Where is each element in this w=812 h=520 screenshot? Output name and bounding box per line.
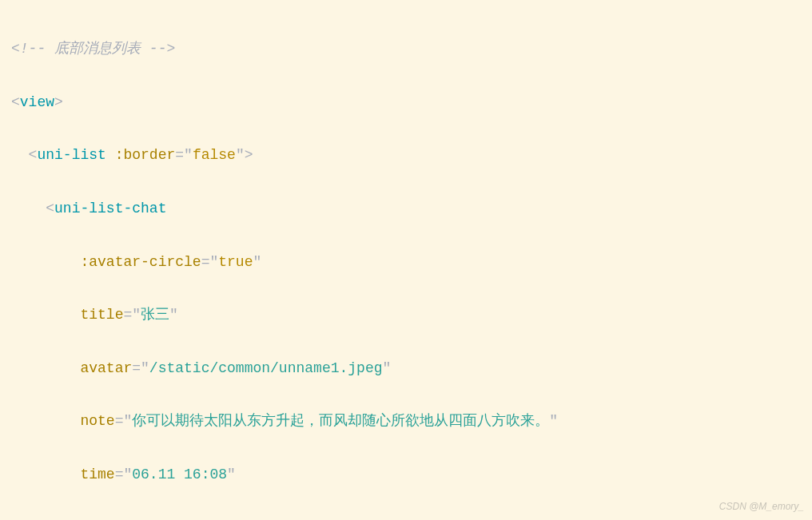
code-line: <!-- 底部消息列表 -->	[11, 36, 801, 62]
code-line: <uni-list-chat	[11, 196, 801, 222]
watermark: CSDN @M_emory_	[719, 498, 804, 515]
code-line: time="06.11 16:08"	[11, 462, 801, 488]
code-line: <uni-list :border="false">	[11, 142, 801, 169]
code-line: :avatar-circle="true"	[11, 249, 801, 276]
code-line: <view>	[11, 89, 801, 116]
code-line: note="你可以期待太阳从东方升起，而风却随心所欲地从四面八方吹来。"	[11, 408, 801, 435]
code-block: <!-- 底部消息列表 --> <view> <uni-list :border…	[0, 0, 812, 520]
code-line: avatar="/static/common/unname1.jpeg"	[11, 355, 801, 382]
comment: <!-- 底部消息列表 -->	[11, 41, 175, 57]
code-line: title="张三"	[11, 302, 801, 328]
code-line: :clickable="false"	[11, 515, 801, 520]
